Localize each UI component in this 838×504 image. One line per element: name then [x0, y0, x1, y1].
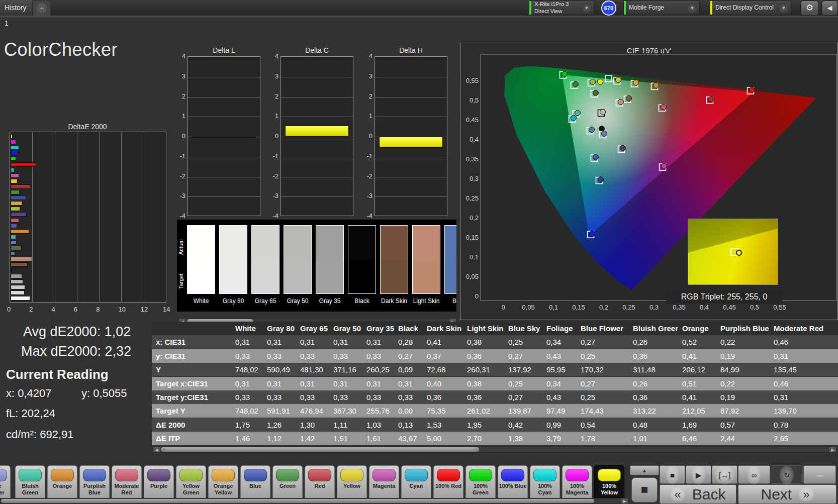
table-cell: 1,53: [423, 421, 463, 429]
current-x-readout: x: 0,4207: [6, 387, 52, 400]
patch-button-label: Red: [306, 483, 334, 489]
table-row: ΔE ITP1,461,121,421,511,6143,675,002,701…: [152, 432, 838, 445]
scroll-left-icon[interactable]: ◀: [153, 447, 160, 452]
stop-button[interactable]: ■: [660, 465, 685, 484]
patch-target: [220, 260, 247, 294]
table-cell: 0,33: [263, 352, 296, 360]
gear-icon: ⚙: [806, 3, 813, 13]
table-cell: 0,31: [362, 338, 394, 346]
patch-dark-skin: [380, 225, 408, 294]
chevron-down-icon: ▼: [687, 3, 697, 13]
measured-point-yellow-green: [590, 79, 596, 84]
next-button[interactable]: Next »: [738, 484, 836, 504]
y-tick-label: -4: [269, 212, 278, 220]
column-header: Gray 35: [362, 324, 394, 333]
deltae-bar-gray-50: [11, 279, 23, 284]
deltae-bar-purplish-blue: [11, 224, 17, 228]
measured-point-100-red: [750, 87, 755, 92]
table-cell: 0,27: [577, 379, 629, 388]
measured-point-white: [600, 109, 606, 115]
patch-button-label: Purple: [145, 483, 173, 489]
triangle-up-icon: ▲: [642, 468, 647, 473]
x-tick-label: 0,3: [646, 304, 662, 311]
patch-target: [413, 260, 440, 294]
measured-point-100-cyan: [571, 115, 577, 121]
patch-name: Black: [344, 297, 380, 305]
table-cell: 0,31: [296, 379, 329, 388]
measured-point-blue-sky: [589, 127, 595, 133]
y-tick-label: 0,5: [461, 96, 479, 104]
y-tick-label: 0: [461, 292, 479, 300]
patch-gray-65: [251, 225, 280, 294]
tab-history-1[interactable]: History 1: [0, 0, 32, 16]
patch-target: [381, 260, 408, 294]
table-cell: 0,51: [678, 379, 716, 388]
table-cell: 0,31: [263, 338, 296, 346]
meter-dropdown[interactable]: X-Rite i1Pro 3Direct View ▼: [529, 1, 594, 15]
gridline: [77, 132, 77, 302]
y-tick-label: -3: [176, 192, 185, 199]
y-tick-label: 0,55: [461, 77, 479, 84]
scroll-right-icon[interactable]: ▶: [829, 447, 836, 452]
table-scroll-thumb[interactable]: [161, 447, 479, 452]
patch-name: Gray 35: [312, 297, 348, 305]
y-tick-label: -4: [363, 212, 373, 220]
table-scrollbar[interactable]: ◀ ▶: [153, 446, 836, 453]
collapse-panel-button[interactable]: ◀: [821, 1, 838, 16]
patch-comparison-strip: Actual Target WhiteGray 80Gray 65Gray 50…: [177, 220, 456, 312]
gridline: [281, 177, 353, 177]
patch-actual: [252, 226, 279, 260]
workflow-name: Mobile Forge: [626, 4, 687, 12]
table-cell: 0,13: [394, 421, 423, 429]
patch-color-pill: [115, 469, 138, 481]
patch-color-pill: [244, 469, 267, 481]
table-cell: 0,33: [231, 393, 263, 401]
y-tick-label: 0,2: [461, 214, 479, 222]
toolbar-scrollbar[interactable]: ▶: [0, 498, 628, 504]
refresh-button[interactable]: ↻: [771, 465, 803, 484]
table-cell: 748,02: [231, 365, 263, 374]
page-up-button[interactable]: ▲: [630, 465, 659, 475]
gridline: [188, 117, 260, 117]
stop-session-button[interactable]: ■: [631, 477, 658, 502]
x-tick-label: 10: [118, 306, 125, 313]
delta-chart-title: Delta C: [281, 46, 353, 54]
y-tick-label: -1: [176, 152, 185, 160]
workflow-dropdown[interactable]: Mobile Forge ▼: [623, 1, 700, 15]
gridline: [99, 132, 100, 302]
back-button[interactable]: « Back: [660, 484, 736, 504]
table-cell: 0,31: [263, 379, 296, 388]
table-cell: 0,26: [629, 379, 678, 388]
table-cell: 1,42: [296, 434, 329, 443]
record-button[interactable]: [803, 465, 836, 484]
interval-button[interactable]: [↔]: [712, 465, 737, 484]
row-label: ΔE 2000: [152, 421, 231, 429]
scroll-right-icon[interactable]: ▶: [621, 498, 628, 503]
table-cell: 1,61: [362, 434, 394, 443]
display-control-dropdown[interactable]: Direct Display Control ▼: [710, 1, 791, 15]
new-tab-button[interactable]: +: [33, 1, 50, 16]
stop-icon: ■: [666, 466, 679, 484]
column-header: Light Skin: [463, 324, 504, 333]
play-button[interactable]: ▶: [686, 465, 711, 484]
toolbar-scroll-thumb[interactable]: [1, 499, 594, 503]
measured-point-orange-yellow: [633, 80, 639, 85]
settings-button[interactable]: ⚙: [800, 1, 819, 16]
fl-readout: fL: 202,24: [6, 407, 55, 420]
table-cell: 0,22: [716, 338, 770, 346]
patch-color-pill: [533, 469, 556, 481]
deltae-bar-gray-65: [11, 285, 25, 289]
patch-name: Blue: [440, 297, 456, 305]
deltae-bar-orange-yellow: [11, 201, 23, 206]
deltae-bar-gray-35: [11, 274, 22, 278]
patch-white: [187, 225, 215, 294]
table-cell: 72,68: [423, 365, 463, 374]
table-header-row: WhiteGray 80Gray 65Gray 50Gray 35BlackDa…: [152, 322, 838, 335]
table-cell: 137,92: [504, 365, 542, 374]
y-tick-label: 4: [269, 52, 278, 60]
loop-infinity-button[interactable]: ∞: [738, 465, 770, 484]
y-tick-label: -2: [363, 172, 373, 180]
avg-de2000-readout: Avg dE2000: 1,02: [23, 324, 131, 340]
x-tick-label: 0,25: [621, 304, 636, 311]
gridline: [281, 97, 353, 97]
